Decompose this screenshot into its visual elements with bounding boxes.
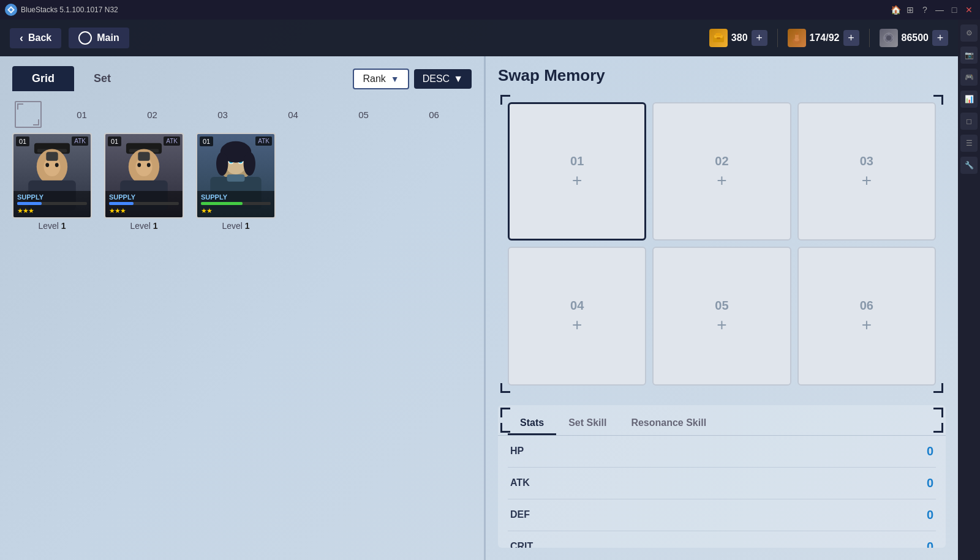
main-circle-icon bbox=[78, 31, 92, 45]
card-bottom-1: SUPPLY ★★★ bbox=[13, 191, 91, 217]
col-header-01: 01 bbox=[47, 110, 117, 120]
grid-icon[interactable]: ⊞ bbox=[904, 4, 916, 16]
sidebar-icon-7[interactable]: 🔧 bbox=[960, 157, 978, 174]
memory-slot-01[interactable]: 01 + bbox=[508, 102, 646, 241]
slots-section: 01 + 02 + 03 + 04 bbox=[498, 92, 946, 395]
sidebar-icon-5[interactable]: ◻ bbox=[960, 113, 978, 130]
help-icon[interactable]: ? bbox=[919, 4, 931, 16]
sidebar-icon-4[interactable]: 📊 bbox=[960, 91, 978, 108]
memory-card-2[interactable]: 01 ATK SUPPLY ★★★ Level 1 bbox=[104, 133, 184, 231]
col-header-06: 06 bbox=[399, 110, 469, 120]
slot-num-06: 06 bbox=[860, 299, 873, 313]
memory-card-1[interactable]: 01 ATK SUPPLY ★★★ Level 1 bbox=[12, 133, 92, 231]
card-badge-03-type: ATK bbox=[255, 136, 272, 146]
card-stars-1: ★★★ bbox=[17, 207, 87, 215]
card-level-3: Level 1 bbox=[222, 221, 249, 231]
title-bar-left: BlueStacks 5.1.100.1017 N32 bbox=[5, 4, 118, 16]
gear-value: 86500 bbox=[902, 32, 929, 43]
slot-num-01: 01 bbox=[570, 154, 584, 168]
svg-rect-12 bbox=[888, 32, 889, 35]
tab-resonance-skill[interactable]: Resonance Skill bbox=[619, 413, 718, 435]
slot-plus-04: + bbox=[572, 316, 582, 334]
memory-slot-04[interactable]: 04 + bbox=[508, 247, 646, 385]
main-content: ‹ Back Main 380 + bbox=[0, 20, 958, 560]
card-level-val-2: 1 bbox=[153, 221, 158, 231]
memory-slot-05[interactable]: 05 + bbox=[652, 247, 791, 385]
gold-resource: 380 + bbox=[709, 29, 767, 47]
card-bottom-3: SUPPLY ★★ bbox=[197, 191, 274, 217]
card-image-3: 01 ATK SUPPLY ★★ bbox=[196, 133, 276, 218]
stat-value-crit: 0 bbox=[927, 540, 933, 548]
stat-row-hp: HP 0 bbox=[508, 436, 936, 468]
svg-point-30 bbox=[147, 163, 151, 167]
card-badge-02-num: 01 bbox=[108, 136, 121, 146]
svg-point-22 bbox=[55, 163, 59, 167]
svg-rect-8 bbox=[796, 32, 798, 35]
svg-point-9 bbox=[794, 39, 799, 42]
stat-label-crit: CRIT bbox=[510, 541, 533, 548]
memory-slot-02[interactable]: 02 + bbox=[652, 102, 791, 241]
card-level-1: Level 1 bbox=[38, 221, 66, 231]
stat-value-hp: 0 bbox=[927, 444, 933, 458]
swap-memory-title: Swap Memory bbox=[498, 56, 946, 85]
order-button[interactable]: DESC ▼ bbox=[414, 69, 472, 89]
gold-add-button[interactable]: + bbox=[752, 30, 767, 46]
right-panel: Swap Memory 01 + 02 bbox=[486, 56, 958, 560]
minimize-icon[interactable]: — bbox=[933, 4, 946, 16]
main-button[interactable]: Main bbox=[69, 28, 129, 48]
slot-plus-03: + bbox=[862, 172, 872, 189]
slot-plus-01: + bbox=[572, 172, 582, 189]
memory-slot-06[interactable]: 06 + bbox=[797, 247, 936, 385]
sidebar-icon-2[interactable]: 📷 bbox=[960, 47, 978, 64]
title-bar-controls: 🏠 ⊞ ? — □ ✕ bbox=[889, 4, 975, 16]
card-level-val-1: 1 bbox=[61, 221, 66, 231]
stat-label-def: DEF bbox=[510, 509, 530, 520]
sidebar-icon-3[interactable]: 🎮 bbox=[960, 69, 978, 86]
tab-set[interactable]: Set bbox=[74, 66, 130, 91]
slot-plus-02: + bbox=[717, 172, 726, 189]
tab-set-skill[interactable]: Set Skill bbox=[556, 413, 619, 435]
chevron-down-icon: ▼ bbox=[391, 74, 399, 84]
potion-add-button[interactable]: + bbox=[843, 30, 859, 46]
stats-bracket-br bbox=[933, 423, 943, 433]
order-arrow-icon: ▼ bbox=[453, 73, 463, 84]
card-level-val-3: 1 bbox=[245, 221, 250, 231]
gear-add-button[interactable]: + bbox=[932, 30, 948, 46]
tab-stats[interactable]: Stats bbox=[508, 413, 556, 435]
close-icon[interactable]: ✕ bbox=[963, 4, 975, 16]
card-progress-1 bbox=[17, 202, 87, 205]
card-grid: 01 ATK SUPPLY ★★★ Level 1 bbox=[12, 133, 472, 231]
maximize-icon[interactable]: □ bbox=[948, 4, 960, 16]
card-image-1: 01 ATK SUPPLY ★★★ bbox=[12, 133, 92, 218]
svg-rect-14 bbox=[883, 37, 886, 39]
stat-value-def: 0 bbox=[927, 508, 933, 522]
tab-grid[interactable]: Grid bbox=[12, 66, 74, 91]
memory-slot-03[interactable]: 03 + bbox=[797, 102, 936, 241]
svg-rect-15 bbox=[892, 37, 894, 39]
back-label: Back bbox=[28, 32, 51, 43]
card-badge-02-type: ATK bbox=[164, 136, 180, 146]
slot-plus-06: + bbox=[862, 316, 872, 334]
column-headers: 01 02 03 04 05 06 bbox=[12, 101, 472, 128]
divider-1 bbox=[777, 29, 778, 47]
stat-label-atk: ATK bbox=[510, 477, 530, 488]
stat-row-atk: ATK 0 bbox=[508, 468, 936, 499]
home-icon[interactable]: 🏠 bbox=[889, 4, 902, 16]
card-progress-fill-1 bbox=[17, 202, 42, 205]
bluestacks-logo bbox=[5, 4, 17, 16]
card-label-1: SUPPLY bbox=[17, 193, 87, 201]
svg-point-11 bbox=[886, 35, 891, 40]
sidebar-icon-1[interactable]: ⚙ bbox=[960, 24, 978, 42]
stats-bracket-tr bbox=[933, 408, 943, 417]
stats-table: HP 0 ATK 0 DEF 0 CRIT 0 bbox=[498, 436, 946, 548]
card-stars-2: ★★★ bbox=[109, 207, 179, 215]
card-bottom-2: SUPPLY ★★★ bbox=[105, 191, 183, 217]
divider-2 bbox=[869, 29, 870, 47]
main-label: Main bbox=[97, 32, 119, 43]
card-badge-03-num: 01 bbox=[200, 136, 213, 146]
sort-dropdown[interactable]: Rank ▼ bbox=[353, 69, 409, 89]
sidebar-icon-6[interactable]: ☰ bbox=[960, 135, 978, 152]
back-button[interactable]: ‹ Back bbox=[10, 28, 61, 48]
app-title: BlueStacks 5.1.100.1017 N32 bbox=[21, 6, 118, 14]
memory-card-3[interactable]: 01 ATK SUPPLY ★★ Level 1 bbox=[196, 133, 276, 231]
